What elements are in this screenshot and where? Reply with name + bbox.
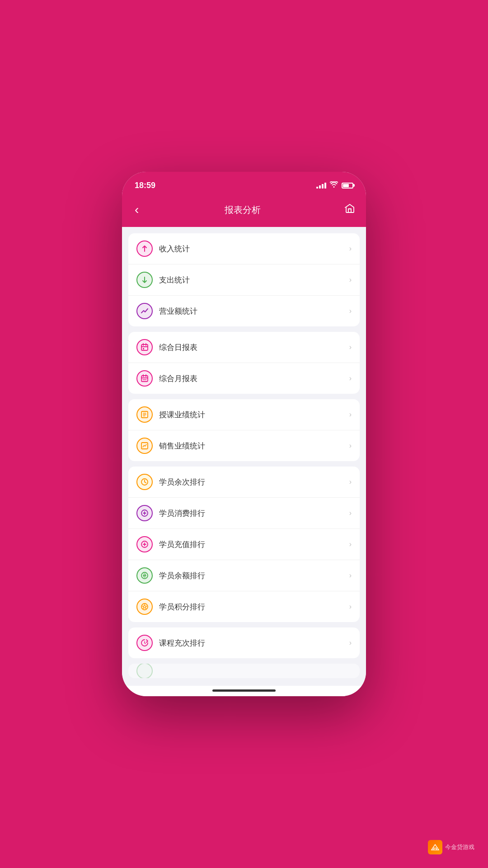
sales-perf-icon bbox=[136, 438, 153, 454]
phone-shell: 18:59 ‹ 报表分析 bbox=[122, 172, 366, 696]
menu-item-daily-report[interactable]: 综合日报表 › bbox=[128, 332, 360, 363]
chevron-icon: › bbox=[349, 509, 352, 517]
student-remaining-icon bbox=[136, 474, 153, 490]
page-title: 报表分析 bbox=[225, 204, 261, 216]
menu-item-student-balance[interactable]: 学员余额排行 › bbox=[128, 560, 360, 591]
status-time: 18:59 bbox=[135, 181, 155, 190]
menu-group-4: 学员余次排行 › 学员消费排行 › bbox=[128, 467, 360, 622]
menu-group-5: 课程充次排行 › bbox=[128, 627, 360, 658]
chevron-icon: › bbox=[349, 343, 352, 351]
chevron-icon: › bbox=[349, 374, 352, 382]
status-icons bbox=[316, 181, 353, 189]
menu-group-6 bbox=[128, 664, 360, 678]
course-recharge-label: 课程充次排行 bbox=[159, 638, 349, 648]
chevron-icon: › bbox=[349, 410, 352, 419]
income-label: 收入统计 bbox=[159, 244, 349, 254]
menu-item-teaching-perf[interactable]: 授课业绩统计 › bbox=[128, 399, 360, 430]
menu-item-expense[interactable]: 支出统计 › bbox=[128, 264, 360, 296]
student-remaining-label: 学员余次排行 bbox=[159, 477, 349, 487]
svg-rect-0 bbox=[141, 344, 148, 350]
student-recharge-icon bbox=[136, 536, 153, 552]
chevron-icon: › bbox=[349, 478, 352, 486]
student-recharge-label: 学员充值排行 bbox=[159, 539, 349, 550]
svg-rect-2 bbox=[141, 376, 148, 382]
chevron-icon: › bbox=[349, 307, 352, 315]
chevron-icon: › bbox=[349, 571, 352, 580]
home-button[interactable] bbox=[344, 203, 355, 217]
content-area: 收入统计 › 支出统计 › 营业额统计 › bbox=[122, 227, 366, 686]
menu-item-student-remaining[interactable]: 学员余次排行 › bbox=[128, 467, 360, 498]
more-icon bbox=[136, 664, 153, 678]
monthly-report-icon bbox=[136, 370, 153, 387]
sales-perf-label: 销售业绩统计 bbox=[159, 441, 349, 451]
watermark: 今金贷游戏 bbox=[428, 840, 474, 854]
menu-item-student-consume[interactable]: 学员消费排行 › bbox=[128, 498, 360, 529]
menu-group-2: 综合日报表 › 综合月报表 › bbox=[128, 332, 360, 394]
chevron-icon: › bbox=[349, 442, 352, 450]
monthly-report-label: 综合月报表 bbox=[159, 373, 349, 384]
menu-item-more[interactable] bbox=[128, 664, 360, 678]
student-consume-icon bbox=[136, 505, 153, 521]
student-points-icon bbox=[136, 599, 153, 615]
student-consume-label: 学员消费排行 bbox=[159, 508, 349, 519]
revenue-label: 营业额统计 bbox=[159, 306, 349, 316]
daily-report-icon bbox=[136, 339, 153, 355]
student-points-label: 学员积分排行 bbox=[159, 602, 349, 612]
wifi-icon bbox=[330, 181, 338, 189]
home-indicator bbox=[122, 686, 366, 696]
back-button[interactable]: ‹ bbox=[133, 201, 141, 219]
menu-item-income[interactable]: 收入统计 › bbox=[128, 233, 360, 264]
daily-report-label: 综合日报表 bbox=[159, 342, 349, 353]
header: ‹ 报表分析 bbox=[122, 196, 366, 227]
chevron-icon: › bbox=[349, 639, 352, 647]
watermark-icon bbox=[428, 840, 442, 854]
menu-group-3: 授课业绩统计 › 销售业绩统计 › bbox=[128, 399, 360, 461]
svg-rect-1 bbox=[143, 348, 144, 349]
menu-item-student-recharge[interactable]: 学员充值排行 › bbox=[128, 529, 360, 560]
student-balance-label: 学员余额排行 bbox=[159, 571, 349, 581]
income-icon bbox=[136, 241, 153, 257]
menu-item-revenue[interactable]: 营业额统计 › bbox=[128, 296, 360, 326]
student-balance-icon bbox=[136, 567, 153, 584]
teaching-perf-icon bbox=[136, 406, 153, 423]
menu-item-monthly-report[interactable]: 综合月报表 › bbox=[128, 363, 360, 394]
home-bar bbox=[212, 689, 276, 692]
menu-item-student-points[interactable]: 学员积分排行 › bbox=[128, 591, 360, 622]
watermark-text: 今金贷游戏 bbox=[445, 843, 474, 851]
expense-label: 支出统计 bbox=[159, 275, 349, 285]
teaching-perf-label: 授课业绩统计 bbox=[159, 410, 349, 420]
chevron-icon: › bbox=[349, 540, 352, 548]
chevron-icon: › bbox=[349, 245, 352, 253]
menu-group-1: 收入统计 › 支出统计 › 营业额统计 › bbox=[128, 233, 360, 326]
battery-icon bbox=[342, 183, 353, 189]
menu-item-course-recharge[interactable]: 课程充次排行 › bbox=[128, 627, 360, 658]
course-recharge-icon bbox=[136, 635, 153, 651]
status-bar: 18:59 bbox=[122, 172, 366, 196]
expense-icon bbox=[136, 272, 153, 288]
signal-icon bbox=[316, 182, 326, 189]
menu-item-sales-perf[interactable]: 销售业绩统计 › bbox=[128, 430, 360, 461]
revenue-icon bbox=[136, 303, 153, 319]
chevron-icon: › bbox=[349, 276, 352, 284]
chevron-icon: › bbox=[349, 603, 352, 611]
